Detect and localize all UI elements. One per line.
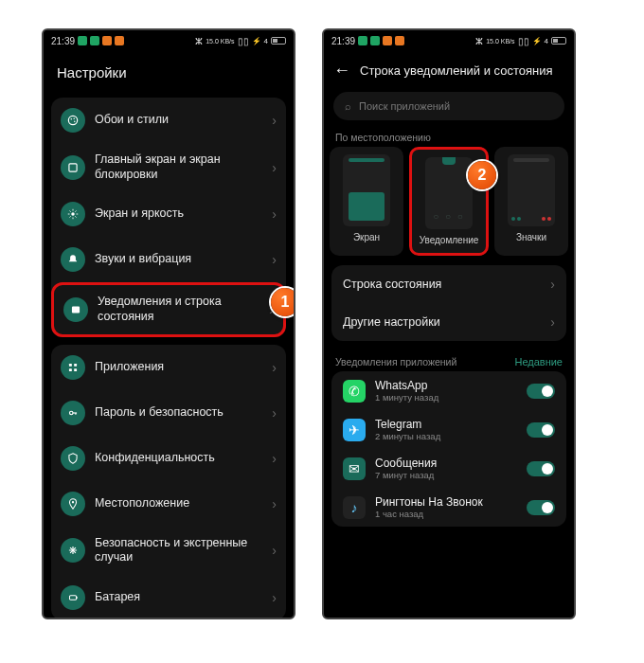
- row-label: Другие настройки: [343, 315, 440, 329]
- app-notifications-group: ✆ WhatsApp 1 минуту назад ✈ Telegram 2 м…: [331, 371, 566, 527]
- status-bar: 21:39 ⵣ 15.0 KB/s ▯▯ ⚡ 4: [324, 30, 574, 51]
- row-battery[interactable]: Батарея ›: [51, 575, 286, 619]
- chevron-right-icon: ›: [272, 405, 277, 421]
- chevron-right-icon: ›: [272, 206, 277, 222]
- app-name: Рингтоны На Звонок: [375, 495, 517, 509]
- card-icons[interactable]: Значки: [494, 147, 568, 256]
- preview-thumbnail: [508, 154, 555, 226]
- status-icon: [115, 36, 124, 45]
- battery-level: 4: [264, 37, 268, 45]
- lightning-icon: ⚡: [532, 37, 542, 45]
- row-label: Безопасность и экстренные случаи: [95, 536, 262, 565]
- card-screen[interactable]: Экран: [330, 147, 403, 256]
- status-icon: [90, 36, 99, 45]
- app-name: Сообщения: [375, 457, 517, 470]
- phone-screen-2: 21:39 ⵣ 15.0 KB/s ▯▯ ⚡ 4 ← Строка уведом…: [322, 28, 576, 619]
- toggle-switch[interactable]: [527, 461, 555, 476]
- toggle-switch[interactable]: [527, 422, 555, 438]
- status-icon: [395, 36, 404, 45]
- row-label: Обои и стили: [95, 113, 262, 128]
- svg-rect-28: [77, 597, 78, 599]
- pin-icon: [61, 492, 85, 516]
- preview-thumbnail: [343, 154, 390, 226]
- sun-icon: [61, 202, 85, 226]
- chevron-right-icon: ›: [272, 590, 277, 605]
- toggle-switch[interactable]: [527, 500, 555, 515]
- settings-group: Строка состояния › Другие настройки ›: [331, 265, 566, 341]
- svg-rect-14: [72, 306, 80, 313]
- row-sound[interactable]: Звуки и вибрация ›: [51, 237, 286, 282]
- svg-rect-18: [74, 368, 77, 371]
- shield-icon: [61, 446, 85, 471]
- app-time: 1 минуту назад: [375, 392, 517, 403]
- signal-icon: ▯▯: [238, 36, 249, 46]
- row-security[interactable]: Пароль и безопасность ›: [51, 390, 286, 436]
- svg-point-1: [70, 118, 72, 120]
- row-privacy[interactable]: Конфиденциальность ›: [51, 436, 286, 481]
- status-time: 21:39: [51, 36, 75, 46]
- svg-point-2: [73, 117, 75, 119]
- row-brightness[interactable]: Экран и яркость ›: [51, 191, 286, 237]
- row-apps[interactable]: Приложения ›: [51, 345, 286, 390]
- row-label: Батарея: [95, 590, 262, 605]
- app-row-whatsapp[interactable]: ✆ WhatsApp 1 минуту назад: [331, 371, 566, 410]
- search-placeholder: Поиск приложений: [359, 100, 450, 112]
- row-homescreen[interactable]: Главный экран и экран блокировки ›: [51, 143, 286, 191]
- row-location[interactable]: Местоположение ›: [51, 481, 286, 527]
- app-row-messages[interactable]: ✉ Сообщения 7 минут назад: [331, 449, 566, 488]
- svg-rect-16: [74, 363, 77, 366]
- net-speed: 15.0 KB/s: [486, 38, 514, 45]
- svg-rect-4: [69, 164, 77, 171]
- card-label: Уведомление: [420, 235, 479, 245]
- row-statusbar[interactable]: Строка состояния ›: [331, 265, 566, 303]
- chevron-right-icon: ›: [272, 252, 277, 267]
- app-row-telegram[interactable]: ✈ Telegram 2 минуты назад: [331, 410, 566, 449]
- row-label: Приложения: [95, 360, 262, 375]
- settings-group-system: Приложения › Пароль и безопасность › Кон…: [51, 345, 286, 620]
- signal-icon: ▯▯: [518, 36, 529, 46]
- status-bar: 21:39 ⵣ 15.0 KB/s ▯▯ ⚡ 4: [44, 30, 294, 51]
- status-icon: [102, 36, 112, 45]
- callout-badge-2: 2: [468, 161, 496, 189]
- svg-line-11: [75, 217, 76, 218]
- battery-icon: [271, 37, 286, 45]
- svg-point-5: [71, 213, 75, 217]
- svg-line-12: [70, 217, 71, 218]
- phone-screen-1: 21:39 ⵣ 15.0 KB/s ▯▯ ⚡ 4 Настройки Обои …: [42, 28, 295, 619]
- row-label: Экран и яркость: [95, 206, 262, 222]
- search-input[interactable]: ⌕ Поиск приложений: [333, 92, 564, 120]
- app-time: 7 минут назад: [375, 470, 517, 480]
- battery-setting-icon: [61, 585, 85, 610]
- recent-link[interactable]: Недавние: [514, 356, 563, 367]
- app-time: 2 минуты назад: [375, 431, 517, 441]
- layout-cards: Экран ○ ○ ○ Уведомление Значки: [324, 147, 574, 256]
- row-other[interactable]: Другие настройки ›: [331, 303, 566, 341]
- row-wallpaper[interactable]: Обои и стили ›: [51, 98, 286, 143]
- key-icon: [61, 401, 85, 425]
- ringtones-icon: ♪: [343, 496, 366, 519]
- svg-rect-15: [69, 363, 72, 366]
- chevron-right-icon: ›: [550, 277, 555, 292]
- notification-icon: [63, 297, 88, 322]
- toggle-switch[interactable]: [527, 384, 555, 399]
- lightning-icon: ⚡: [252, 37, 261, 45]
- header: ← Строка уведомлений и состояния: [324, 51, 574, 88]
- row-notifications-statusbar[interactable]: Уведомления и строка состояния ›: [51, 282, 286, 336]
- search-icon: ⌕: [345, 100, 351, 112]
- battery-level: 4: [545, 37, 548, 45]
- svg-line-10: [70, 211, 71, 212]
- app-name: Telegram: [375, 418, 517, 431]
- row-label: Строка состояния: [343, 278, 441, 291]
- svg-point-3: [74, 120, 76, 122]
- chevron-right-icon: ›: [272, 496, 277, 511]
- chevron-right-icon: ›: [272, 160, 277, 175]
- back-button[interactable]: ←: [333, 61, 350, 81]
- palette-icon: [61, 108, 85, 133]
- app-row-ringtones[interactable]: ♪ Рингтоны На Звонок 1 час назад: [331, 488, 566, 527]
- net-speed: 15.0 KB/s: [206, 38, 234, 45]
- chevron-right-icon: ›: [272, 113, 277, 128]
- row-emergency[interactable]: Безопасность и экстренные случаи ›: [51, 527, 286, 575]
- page-title: Настройки: [44, 51, 294, 90]
- asterisk-icon: [61, 538, 85, 563]
- bt-icon: ⵣ: [475, 36, 483, 46]
